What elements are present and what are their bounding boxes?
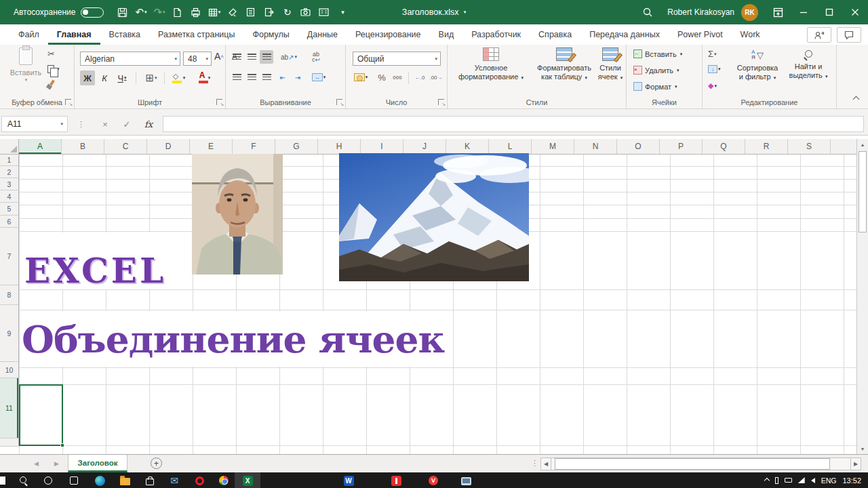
ribbon-tab[interactable]: Справка xyxy=(530,24,580,45)
increase-indent-button[interactable]: ⇥ xyxy=(291,70,304,84)
column-header[interactable]: K xyxy=(446,139,489,154)
ribbon-tab[interactable]: Разметка страницы xyxy=(149,24,243,45)
maximize-button[interactable] xyxy=(816,0,842,24)
cut-button[interactable]: ✂ xyxy=(47,49,55,59)
name-box[interactable]: A11▾ xyxy=(1,116,68,132)
column-header[interactable]: R xyxy=(745,139,788,154)
column-header[interactable]: S xyxy=(788,139,831,154)
network-icon[interactable] xyxy=(798,477,805,483)
column-header[interactable]: I xyxy=(361,139,403,154)
comma-style-button[interactable]: 000 xyxy=(389,70,406,84)
start-button[interactable] xyxy=(0,474,8,487)
font-size-combo[interactable]: 48▾ xyxy=(183,52,212,66)
portrait-photo[interactable] xyxy=(192,154,283,274)
row-header-9[interactable]: 9 xyxy=(0,305,19,362)
column-header[interactable]: G xyxy=(275,139,318,154)
row-header-1[interactable]: 1 xyxy=(0,155,19,166)
selected-cell-a11[interactable] xyxy=(19,384,63,446)
italic-button[interactable]: К xyxy=(98,70,111,85)
column-header[interactable]: O xyxy=(617,139,660,154)
align-bottom-button[interactable] xyxy=(260,50,273,64)
redo-button[interactable]: ↷▾ xyxy=(150,0,168,24)
select-all-corner[interactable] xyxy=(0,139,19,155)
paste-button[interactable]: Вставить ▾ xyxy=(7,47,45,83)
form-properties-icon[interactable] xyxy=(315,0,333,24)
vivaldi-icon[interactable]: V xyxy=(427,474,439,487)
find-select-button[interactable]: Найти и выделить ▾ xyxy=(784,47,833,81)
sort-filter-button[interactable]: АЯ ▽ Сортировка и фильтр ▾ xyxy=(732,47,783,82)
column-header[interactable]: E xyxy=(190,139,233,154)
ribbon-tab[interactable]: Данные xyxy=(298,24,347,45)
scroll-right-icon[interactable]: ▶ xyxy=(850,458,861,470)
ribbon-tab[interactable]: Рецензирование xyxy=(347,24,430,45)
copy-button[interactable]: ▾ xyxy=(47,65,60,73)
row-header-4[interactable]: 4 xyxy=(0,190,19,203)
ribbon-tab[interactable]: Вид xyxy=(430,24,463,45)
row-header-8[interactable]: 8 xyxy=(0,285,19,305)
mail-icon[interactable]: ✉ xyxy=(168,474,180,487)
borders-button[interactable]: ⊞▾ xyxy=(141,70,161,85)
new-document-icon[interactable] xyxy=(168,0,186,24)
decrease-indent-button[interactable]: ⇤ xyxy=(276,70,290,84)
spreadsheet-grid[interactable]: A B C D E F G H I J K L xyxy=(0,136,868,454)
autosave-toggle[interactable] xyxy=(81,7,104,18)
grow-font-button[interactable]: A˄ xyxy=(214,51,224,62)
camera-icon[interactable] xyxy=(296,0,315,24)
avatar[interactable]: RK xyxy=(741,4,758,21)
font-name-combo[interactable]: Algerian▾ xyxy=(80,52,180,66)
delete-cells-button[interactable]: ×Удалить▾ xyxy=(633,66,679,75)
align-left-button[interactable] xyxy=(230,70,243,84)
taskbar-search-icon[interactable] xyxy=(18,474,30,487)
column-header[interactable]: Q xyxy=(703,139,745,154)
cortana-icon[interactable] xyxy=(42,474,54,487)
column-header[interactable]: C xyxy=(104,139,147,154)
task-view-icon[interactable] xyxy=(68,474,80,487)
battery-icon[interactable] xyxy=(775,477,778,484)
comments-button[interactable] xyxy=(837,27,861,43)
horizontal-scroll-thumb[interactable] xyxy=(555,458,830,470)
row-header-6[interactable]: 6 xyxy=(0,216,19,228)
media-window-icon[interactable] xyxy=(460,474,472,487)
language-indicator[interactable]: ENG xyxy=(821,476,837,485)
conditional-formatting-button[interactable]: Условное форматирование ▾ xyxy=(453,47,529,82)
merge-center-button[interactable]: ↔▾ xyxy=(307,70,330,84)
row-header-3[interactable]: 3 xyxy=(0,178,19,190)
ribbon-tab[interactable]: Power Pivot xyxy=(669,24,732,45)
ribbon-tab[interactable]: Передача данных xyxy=(580,24,669,45)
close-button[interactable] xyxy=(842,0,868,24)
row-header-11[interactable]: 11 xyxy=(0,378,19,439)
undo-button[interactable]: ↶▾ xyxy=(132,0,150,24)
wrap-text-button[interactable]: abc↩ xyxy=(307,50,325,64)
document-title[interactable]: Заголовок.xlsx xyxy=(402,7,459,17)
decrease-decimal-button[interactable]: .00→ xyxy=(429,70,443,84)
enter-icon[interactable]: ✓ xyxy=(118,116,136,132)
list-form-icon[interactable] xyxy=(241,0,260,24)
share-button[interactable] xyxy=(807,27,831,43)
fill-color-button[interactable]: ◇ ▾ xyxy=(168,70,189,85)
row-header-7[interactable]: 7 xyxy=(0,228,19,285)
align-center-button[interactable] xyxy=(245,70,258,84)
format-painter-icon[interactable] xyxy=(223,0,241,24)
underline-button[interactable]: Ч▾ xyxy=(113,70,132,85)
percent-style-button[interactable]: % xyxy=(376,70,388,84)
column-header[interactable]: A xyxy=(19,139,62,154)
column-header[interactable]: B xyxy=(62,139,104,154)
mountain-photo[interactable] xyxy=(339,153,529,281)
autosum-button[interactable]: Σ▾ xyxy=(708,49,717,59)
vertical-scroll-thumb[interactable] xyxy=(859,151,867,232)
increase-decimal-button[interactable]: ←.0 xyxy=(412,70,427,84)
add-sheet-button[interactable]: + xyxy=(151,458,162,469)
font-dialog-launcher-icon[interactable] xyxy=(216,99,222,105)
chrome-icon[interactable] xyxy=(218,474,230,487)
print-preview-icon[interactable] xyxy=(186,0,205,24)
horizontal-scroll-track[interactable] xyxy=(551,458,850,470)
column-header[interactable]: H xyxy=(318,139,361,154)
title-dropdown-icon[interactable]: ▾ xyxy=(464,9,467,15)
save-icon[interactable] xyxy=(113,0,132,24)
format-cells-button[interactable]: Формат▾ xyxy=(633,82,677,91)
column-header[interactable]: L xyxy=(489,139,532,154)
insert-table-icon[interactable]: ▾ xyxy=(205,0,223,24)
accounting-format-button[interactable]: ▾ xyxy=(351,70,370,84)
collapse-ribbon-icon[interactable] xyxy=(854,95,859,103)
edge-icon[interactable] xyxy=(94,474,106,487)
